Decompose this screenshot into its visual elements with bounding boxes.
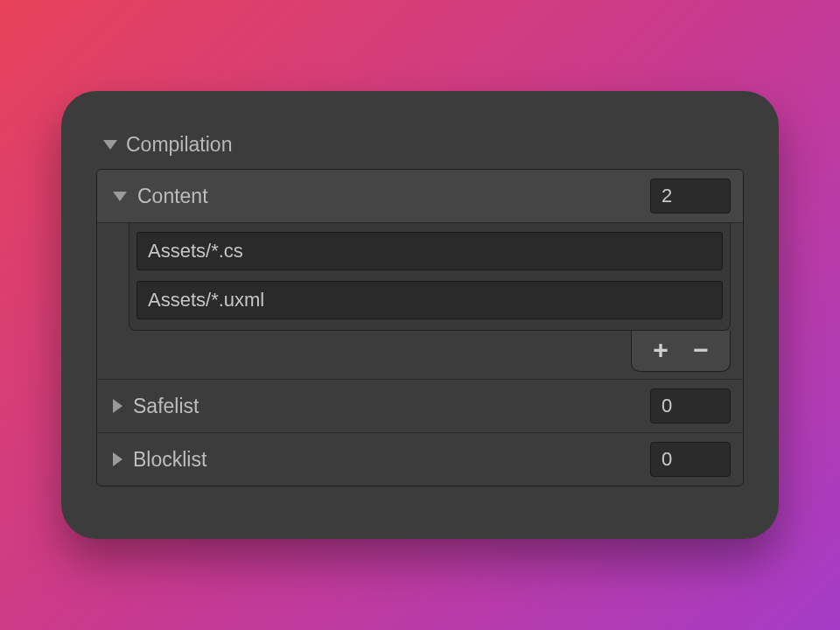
plus-icon: + xyxy=(653,337,668,363)
chevron-right-icon xyxy=(113,452,122,466)
blocklist-label: Blocklist xyxy=(133,448,206,472)
blocklist-foldout-header[interactable]: Blocklist 0 xyxy=(97,432,743,486)
content-list xyxy=(129,223,731,331)
compilation-group: Content 2 + − Safelist xyxy=(96,169,744,486)
safelist-label: Safelist xyxy=(133,395,199,418)
chevron-right-icon xyxy=(113,399,122,413)
chevron-down-icon xyxy=(113,192,127,201)
content-label: Content xyxy=(137,185,208,208)
add-button[interactable]: + xyxy=(640,334,681,366)
content-count: 2 xyxy=(650,178,731,214)
compilation-foldout-header[interactable]: Compilation xyxy=(96,133,744,157)
content-path-input-0[interactable] xyxy=(136,232,723,270)
safelist-foldout-header[interactable]: Safelist 0 xyxy=(97,379,743,432)
remove-button[interactable]: − xyxy=(681,334,721,366)
content-button-bar-wrap: + − xyxy=(97,331,743,379)
compilation-title: Compilation xyxy=(126,133,232,157)
content-path-input-1[interactable] xyxy=(136,281,723,319)
inspector-panel: Compilation Content 2 + − xyxy=(61,91,779,539)
minus-icon: − xyxy=(693,337,709,363)
content-foldout-header[interactable]: Content 2 xyxy=(97,170,743,223)
content-button-bar: + − xyxy=(631,331,731,372)
safelist-count: 0 xyxy=(650,388,731,424)
chevron-down-icon xyxy=(103,140,117,150)
blocklist-count: 0 xyxy=(650,442,731,477)
